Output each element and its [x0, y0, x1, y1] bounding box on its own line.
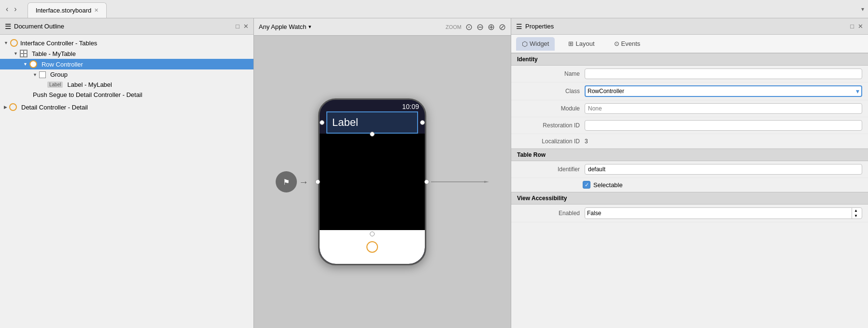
class-select[interactable]: RowController ▾	[585, 85, 862, 97]
stepper-arrows[interactable]: ▲ ▼	[852, 208, 860, 219]
circle-open-icon	[10, 39, 18, 47]
identifier-input[interactable]	[585, 164, 862, 175]
properties-title-label: Properties	[525, 23, 554, 30]
canvas-content: ⚑ →	[276, 98, 489, 265]
prop-row-module: Module	[511, 100, 868, 117]
tab-layout[interactable]: ⊞ Layout	[562, 37, 600, 50]
connection-line	[431, 181, 489, 183]
watch-black-area	[320, 134, 425, 230]
stepper-up-btn[interactable]: ▲	[852, 208, 860, 213]
resize-handle-left[interactable]	[315, 179, 320, 184]
resize-handle-bottom[interactable]	[370, 232, 375, 236]
watch-status-bar: 10:09	[320, 100, 425, 111]
main-container: ☰ Document Outline □ ✕ ▼ Interface Contr…	[0, 18, 868, 328]
properties-minimize-btn[interactable]: □	[850, 23, 854, 30]
outline-icon: ☰	[5, 22, 11, 31]
prop-row-selectable: ✓ Selectable	[511, 178, 868, 192]
class-value: RowController	[588, 88, 624, 95]
storyboard-canvas-panel: Any Apple Watch ▾ ZOOM ⊙ ⊖ ⊕ ⊘ ⚑	[254, 18, 511, 328]
tab-dropdown-arrow[interactable]: ▾	[857, 6, 868, 13]
module-label: Module	[517, 105, 580, 112]
svg-marker-1	[484, 181, 489, 183]
outline-minimize-btn[interactable]: □	[236, 23, 239, 30]
tab-label: Interface.storyboard	[36, 7, 92, 14]
zoom-fit-button[interactable]: ⊙	[465, 23, 473, 31]
expand-triangle: ▼	[4, 41, 8, 45]
tree-item-label-mylabel[interactable]: Label Label - MyLabel	[0, 80, 253, 90]
label-tag-icon: Label	[47, 82, 65, 88]
tree-item-interface-controller[interactable]: ▼ Interface Controller - Tables	[0, 38, 253, 48]
expand-triangle: ▼	[33, 72, 37, 77]
prop-row-identifier: Identifier	[511, 161, 868, 178]
name-input[interactable]	[585, 68, 862, 79]
expand-triangle: ▶	[4, 105, 7, 109]
outline-close-btn[interactable]: ✕	[243, 23, 249, 30]
restoration-id-input[interactable]	[585, 120, 862, 131]
selectable-checkbox[interactable]: ✓	[583, 181, 590, 189]
enabled-label: Enabled	[517, 210, 580, 217]
storyboard-canvas: ⚑ →	[254, 36, 511, 328]
tree-item-label: Row Controller	[42, 61, 83, 68]
tree-item-label: Push Segue to Detail Controller - Detail	[33, 91, 142, 98]
storyboard-toolbar: Any Apple Watch ▾ ZOOM ⊙ ⊖ ⊕ ⊘	[254, 18, 511, 36]
identifier-label: Identifier	[517, 166, 580, 173]
circle-filled-icon	[29, 60, 37, 68]
accessibility-section-header: View Accessibility	[511, 192, 868, 205]
zoom-out-button[interactable]: ⊖	[476, 23, 484, 31]
properties-panel-header: ☰ Properties □ ✕	[511, 18, 868, 35]
segue-area: ⚑ →	[276, 171, 313, 192]
zoom-in-button[interactable]: ⊕	[488, 23, 495, 31]
device-label: Any Apple Watch	[259, 23, 307, 30]
enabled-stepper[interactable]: False ▲ ▼	[585, 207, 862, 219]
resize-handle-right[interactable]	[424, 179, 429, 184]
prop-row-localization-id: Localization ID 3	[511, 134, 868, 149]
expand-triangle: ▼	[23, 62, 28, 67]
label-handle-bottom[interactable]	[370, 132, 375, 137]
prop-row-restoration-id: Restoration ID	[511, 117, 868, 134]
segue-flag-icon: ⚑	[283, 178, 290, 187]
table-row-section-header: Table Row	[511, 149, 868, 161]
prop-row-name: Name	[511, 66, 868, 82]
enabled-value: False	[587, 210, 601, 217]
tree-item-label: Group	[50, 71, 68, 78]
prop-row-class: Class RowController ▾	[511, 82, 868, 100]
nav-forward-button[interactable]: ›	[12, 4, 18, 14]
events-tab-label: Events	[621, 40, 641, 47]
device-selector[interactable]: Any Apple Watch ▾	[259, 23, 311, 30]
storyboard-tab[interactable]: Interface.storyboard ✕	[28, 2, 107, 18]
tab-widget[interactable]: ⬡ Widget	[516, 37, 555, 51]
segue-icon-node[interactable]: ⚑	[276, 171, 297, 192]
detail-arrow-area	[431, 181, 489, 183]
properties-content: Identity Name Class RowController ▾ Modu…	[511, 53, 868, 328]
device-dropdown-icon: ▾	[308, 24, 311, 30]
tree-item-push-segue[interactable]: Push Segue to Detail Controller - Detail	[0, 90, 253, 100]
properties-title: ☰ Properties	[516, 23, 554, 30]
tree-item-detail-controller[interactable]: ▶ Detail Controller - Detail	[0, 102, 253, 112]
module-input[interactable]	[585, 103, 862, 114]
nav-back-button[interactable]: ‹	[4, 4, 10, 14]
expand-triangle: ▼	[14, 51, 18, 56]
tree-item-table-mytable[interactable]: ▼ Table - MyTable	[0, 48, 253, 59]
restoration-id-label: Restoration ID	[517, 122, 580, 129]
label-handle-left[interactable]	[320, 120, 324, 125]
segue-arrow: →	[299, 177, 308, 188]
watch-label-container[interactable]: Label	[322, 111, 422, 134]
tab-events[interactable]: ⊙ Events	[608, 37, 646, 50]
nav-arrows: ‹ ›	[0, 4, 23, 14]
zoom-controls: ZOOM ⊙ ⊖ ⊕ ⊘	[446, 23, 506, 31]
watch-label-element[interactable]: Label	[326, 111, 418, 134]
watch-bottom-circle	[366, 241, 378, 253]
properties-close-btn[interactable]: ✕	[858, 23, 863, 30]
layout-tab-icon: ⊞	[568, 40, 574, 47]
stepper-down-btn[interactable]: ▼	[852, 213, 860, 219]
document-outline-panel: ☰ Document Outline □ ✕ ▼ Interface Contr…	[0, 18, 254, 328]
zoom-reset-button[interactable]: ⊘	[499, 23, 506, 31]
label-handle-right[interactable]	[420, 120, 425, 125]
tree-item-label: Interface Controller - Tables	[20, 40, 97, 47]
tree-item-row-controller[interactable]: ▼ Row Controller	[0, 59, 253, 69]
tab-close-button[interactable]: ✕	[94, 7, 98, 14]
outline-tree: ▼ Interface Controller - Tables ▼ Table …	[0, 35, 253, 328]
tree-item-group[interactable]: ▼ Group	[0, 69, 253, 80]
tree-item-label: Label - MyLabel	[67, 81, 112, 88]
selectable-label: Selectable	[593, 181, 623, 189]
